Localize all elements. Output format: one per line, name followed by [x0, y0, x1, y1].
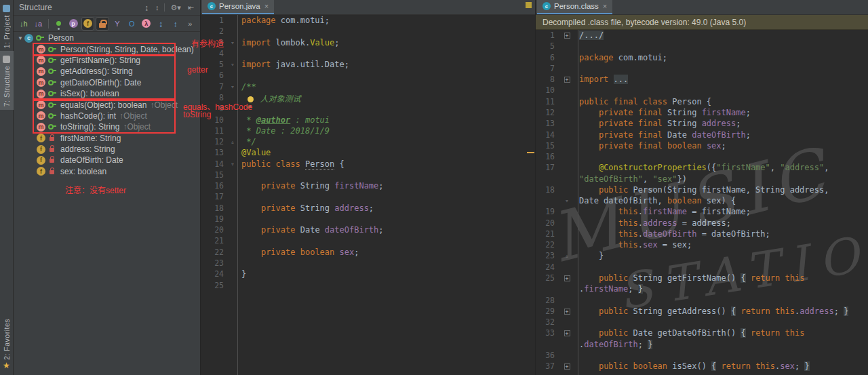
code-line[interactable]: 23 — [201, 258, 535, 269]
fold-marker[interactable]: ▿ — [224, 83, 241, 90]
show-fields-icon[interactable]: f — [81, 17, 95, 31]
code-line[interactable]: 32 — [536, 317, 868, 328]
code-line[interactable]: 20 private Date dateOfBirth; — [201, 224, 535, 235]
line-number[interactable]: 12 — [201, 137, 224, 146]
code-line[interactable]: 33+ public Date getDateOfBirth() { retur… — [536, 328, 868, 338]
line-number[interactable]: 10 — [536, 85, 555, 95]
code-line[interactable]: 10 — [536, 85, 868, 96]
fold-plus-icon[interactable]: + — [564, 275, 570, 281]
tree-item[interactable]: ▼cPerson — [14, 33, 201, 43]
fold-marker[interactable]: + — [555, 363, 579, 370]
more-icon[interactable]: » — [184, 17, 197, 31]
line-number[interactable]: 25 — [536, 273, 555, 283]
fold-plus-icon[interactable]: + — [564, 330, 570, 336]
code-line[interactable]: 7 — [536, 63, 868, 74]
line-number[interactable]: 22 — [536, 240, 555, 250]
line-number[interactable]: 33 — [536, 328, 555, 338]
code-line[interactable]: 18 public Person(String firstName, Strin… — [536, 184, 868, 195]
line-number[interactable]: 28 — [536, 296, 555, 305]
tree-item[interactable]: ffirstName: String — [14, 133, 201, 144]
line-number[interactable]: 24 — [201, 269, 224, 279]
line-number[interactable]: 23 — [201, 258, 224, 268]
code-line[interactable]: 11public final class Person { — [536, 96, 868, 107]
fold-marker[interactable]: + — [555, 330, 579, 336]
line-number[interactable]: 15 — [201, 170, 224, 180]
code-line[interactable]: .dateOfBirth; } — [536, 338, 868, 349]
tab-person-class[interactable]: c Person.class × — [537, 0, 612, 14]
fold-marker[interactable]: + — [555, 308, 579, 315]
line-number[interactable]: 13 — [201, 148, 224, 157]
line-number[interactable]: 5 — [536, 41, 555, 51]
collapse-all-icon[interactable]: ↕ — [155, 3, 159, 12]
line-number[interactable]: 8 — [536, 75, 555, 84]
code-line[interactable]: 6 — [201, 70, 535, 81]
code-line[interactable]: 25+ public String getFirstName() { retur… — [536, 273, 868, 283]
line-number[interactable]: 20 — [536, 218, 555, 228]
tab-person-java[interactable]: c Person.java × — [202, 0, 274, 14]
fold-marker[interactable]: ▿ — [224, 161, 241, 167]
expand-all-icon[interactable]: ↨ — [144, 3, 149, 12]
line-number[interactable]: 7 — [536, 64, 555, 73]
line-number[interactable]: 21 — [536, 229, 555, 239]
code-line[interactable]: 12▵ */ — [201, 136, 535, 147]
fold-marker[interactable]: ▵ — [224, 138, 241, 145]
tab-close-icon[interactable]: × — [264, 2, 269, 10]
fold-marker[interactable]: ▿ — [224, 61, 241, 68]
fold-marker[interactable]: ▵ — [555, 252, 579, 259]
code-line[interactable]: 17 @ConstructorProperties({"firstName", … — [536, 162, 868, 173]
line-number[interactable]: 1 — [201, 16, 224, 25]
line-number[interactable]: 13 — [536, 119, 555, 128]
line-number[interactable]: 11 — [201, 126, 224, 136]
code-line[interactable]: 6package com.motui; — [536, 52, 868, 63]
line-number[interactable]: 23 — [536, 251, 555, 260]
line-number[interactable]: 37 — [536, 361, 555, 371]
code-line[interactable]: 16 — [536, 151, 868, 162]
settings-gear-icon[interactable]: ⚙▾ — [170, 3, 180, 12]
code-line[interactable]: 16 private String firstName; — [201, 180, 535, 191]
code-line[interactable]: 23▵ } — [536, 250, 868, 261]
code-line[interactable]: 24 — [536, 262, 868, 273]
show-properties-icon[interactable]: p — [66, 17, 79, 31]
fold-plus-icon[interactable]: + — [564, 309, 570, 315]
code-line[interactable]: ▿Date dateOfBirth, boolean sex) { — [536, 195, 868, 206]
code-line[interactable]: 1+/.../ — [536, 30, 868, 41]
code-line[interactable]: "dateOfBirth", "sex"}) — [536, 173, 868, 184]
code-line[interactable]: .firstName; } — [536, 283, 868, 294]
show-inherited-icon[interactable] — [52, 17, 65, 31]
expand-all-icon[interactable]: ↨ — [155, 17, 167, 31]
tree-item[interactable]: faddress: String — [14, 144, 201, 155]
line-number[interactable]: 24 — [536, 262, 555, 272]
line-number[interactable]: 18 — [536, 185, 555, 195]
code-line[interactable]: 25 — [201, 279, 535, 290]
line-number[interactable]: 12 — [536, 108, 555, 117]
line-number[interactable]: 18 — [201, 203, 224, 213]
line-number[interactable]: 17 — [201, 192, 224, 201]
fold-plus-icon[interactable]: + — [564, 77, 570, 83]
show-anonymous-icon[interactable]: O — [125, 17, 138, 31]
scrollbar-warning-mark[interactable] — [526, 2, 532, 8]
editor-person-java[interactable]: c Person.java × 1package com.motui;23▿im… — [201, 0, 536, 375]
code-line[interactable]: 37+ public boolean isSex() { return this… — [536, 361, 868, 372]
code-line[interactable]: 21 — [201, 235, 535, 246]
fold-marker[interactable]: ▿ — [224, 39, 241, 46]
code-line[interactable]: 13@Value — [201, 147, 535, 158]
line-number[interactable]: 7 — [201, 82, 224, 92]
code-line[interactable]: 7▿/** — [201, 81, 535, 92]
sort-by-visibility-icon[interactable]: ↓h — [17, 17, 30, 31]
line-number[interactable]: 21 — [201, 236, 224, 245]
code-line[interactable]: 22 this.sex = sex; — [536, 239, 868, 250]
line-number[interactable]: 20 — [201, 225, 224, 235]
code-line[interactable]: 5▿import java.util.Date; — [201, 59, 535, 70]
collapse-all-icon[interactable]: ↕ — [169, 17, 182, 31]
line-number[interactable]: 14 — [201, 159, 224, 169]
fold-marker[interactable]: + — [555, 32, 579, 39]
line-number[interactable]: 22 — [201, 248, 224, 257]
code-area-person-class[interactable]: MUSIC STATION 1+/.../56package com.motui… — [536, 30, 868, 372]
line-number[interactable]: 19 — [536, 207, 555, 216]
line-number[interactable]: 16 — [201, 181, 224, 191]
tool-button-favorites[interactable]: 2: Favorites★ — [0, 316, 14, 375]
code-area-person-java[interactable]: 1package com.motui;23▿import lombok.Valu… — [201, 15, 535, 291]
line-number[interactable]: 15 — [536, 141, 555, 151]
code-line[interactable]: 24} — [201, 269, 535, 279]
code-line[interactable]: 20 this.address = address; — [536, 218, 868, 229]
